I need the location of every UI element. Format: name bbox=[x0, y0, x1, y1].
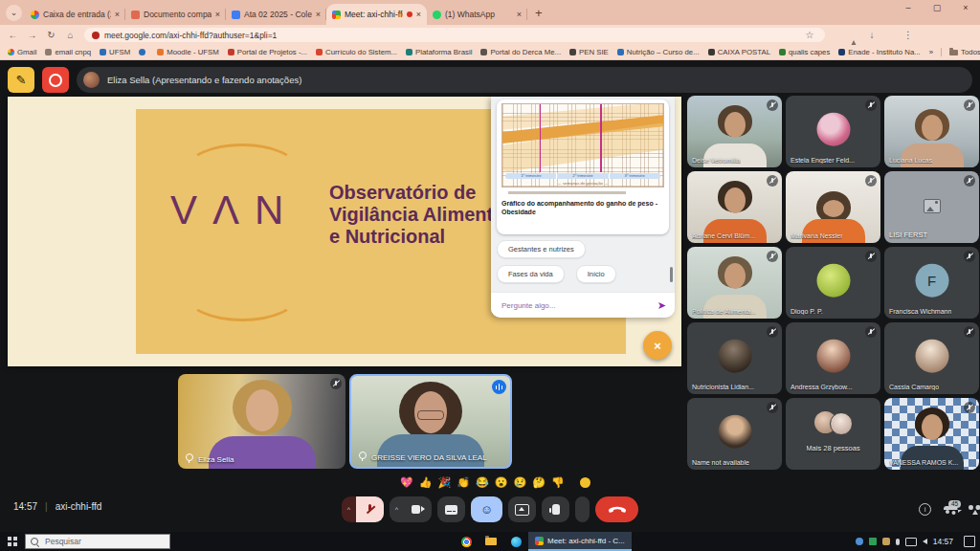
participant-tile[interactable]: LISI FERST bbox=[884, 171, 979, 243]
present-button[interactable] bbox=[508, 496, 536, 522]
leave-call-button[interactable] bbox=[595, 496, 638, 522]
participant-tile[interactable]: Estela Engster Feld... bbox=[786, 96, 880, 167]
reaction-thumbs-down[interactable]: 👎 bbox=[551, 475, 565, 489]
tab-close-icon[interactable]: × bbox=[115, 10, 120, 19]
reaction-surprised[interactable]: 😮 bbox=[495, 475, 508, 489]
more-participants-tile[interactable]: Mais 28 pessoas bbox=[786, 398, 880, 470]
bookmark-icon-only[interactable] bbox=[139, 49, 148, 55]
window-restore-button[interactable]: ▢ bbox=[923, 0, 951, 16]
taskbar-search-input[interactable] bbox=[43, 536, 152, 547]
url-text[interactable]: meet.google.com/axi-chhi-ffd?authuser=1&… bbox=[104, 31, 797, 40]
all-favorites-button[interactable]: Todos os favoritos bbox=[949, 48, 980, 56]
info-button[interactable]: i bbox=[919, 503, 931, 516]
bookmark-pen-sie[interactable]: PEN SIE bbox=[569, 48, 609, 56]
browser-tab-meet-active[interactable]: Meet: axi-chhi-ffd × bbox=[326, 4, 427, 25]
assistant-close-fab[interactable]: × bbox=[643, 331, 672, 360]
participant-tile[interactable]: Marivana Nessler bbox=[786, 171, 880, 243]
back-icon[interactable]: ← bbox=[5, 30, 21, 40]
participant-tile[interactable]: Andressa Grzybow... bbox=[786, 322, 880, 394]
mic-options-chevron[interactable]: ^ bbox=[342, 496, 356, 522]
video-tile-greisse-speaking[interactable]: GREISSE VIERO DA SILVA LEAL bbox=[349, 374, 512, 469]
tab-close-icon[interactable]: × bbox=[215, 10, 220, 19]
reaction-sad[interactable]: 😢 bbox=[513, 475, 526, 489]
more-options-button[interactable] bbox=[575, 496, 590, 522]
tab-close-icon[interactable]: × bbox=[416, 10, 421, 19]
browser-tab-ata[interactable]: Ata 02 2025 - Colegiado do D... × bbox=[226, 4, 326, 25]
reaction-thinking[interactable]: 🤔 bbox=[532, 475, 546, 489]
camera-options-chevron[interactable]: ^ bbox=[390, 496, 404, 522]
skin-tone-selector[interactable] bbox=[580, 477, 590, 488]
ask-input[interactable] bbox=[500, 300, 657, 311]
reaction-laugh[interactable]: 😂 bbox=[476, 475, 489, 489]
bookmark-ufsm[interactable]: UFSM bbox=[100, 48, 130, 56]
captions-button[interactable] bbox=[437, 496, 465, 522]
reload-icon[interactable]: ↻ bbox=[43, 30, 59, 40]
participant-tile[interactable]: Política de Alimenta... bbox=[687, 247, 782, 319]
bookmark-star-icon[interactable]: ☆ bbox=[802, 30, 817, 40]
tray-volume-icon[interactable] bbox=[923, 539, 927, 544]
participant-tile[interactable]: F Francisca Wichmann bbox=[884, 247, 979, 319]
reaction-heart[interactable]: 💖 bbox=[400, 475, 413, 489]
bookmark-qualis-capes[interactable]: qualis capes bbox=[779, 48, 830, 56]
taskbar-search[interactable] bbox=[25, 534, 170, 549]
chip-inicio[interactable]: Início bbox=[576, 265, 616, 283]
bookmark-nutricao[interactable]: Nutrição – Curso de... bbox=[617, 48, 700, 56]
panel-scrollbar[interactable] bbox=[670, 267, 673, 282]
participant-tile[interactable]: Diogo P. P. bbox=[786, 247, 880, 319]
tray-app-icon[interactable] bbox=[856, 538, 863, 545]
participant-tile[interactable]: Name not available bbox=[687, 398, 782, 470]
bookmark-portal-projetos[interactable]: Portal de Projetos -... bbox=[228, 48, 307, 56]
tab-close-icon[interactable]: × bbox=[316, 10, 321, 19]
lab-flask-icon[interactable] bbox=[846, 30, 861, 40]
tray-network-icon[interactable] bbox=[905, 538, 917, 546]
participant-tile[interactable]: Adriane Cervi Blüm... bbox=[687, 171, 782, 243]
mic-mute-button[interactable] bbox=[356, 496, 384, 522]
reaction-party[interactable]: 🎉 bbox=[437, 475, 451, 489]
download-icon[interactable]: ↓ bbox=[864, 30, 880, 40]
forward-icon[interactable]: → bbox=[24, 30, 40, 40]
bookmark-email-cnpq[interactable]: email cnpq bbox=[45, 48, 91, 56]
reaction-thumbs-up[interactable]: 👍 bbox=[419, 475, 433, 489]
bookmarks-overflow-icon[interactable]: » bbox=[929, 48, 933, 56]
annotation-tool-button[interactable]: ✎ bbox=[8, 67, 34, 93]
bookmark-caixa-postal[interactable]: CAIXA POSTAL bbox=[708, 48, 770, 56]
window-minimize-button[interactable]: – bbox=[894, 0, 923, 16]
recording-indicator-button[interactable] bbox=[42, 67, 69, 93]
participant-tile[interactable]: Luciana Lucas bbox=[884, 96, 979, 167]
tab-search-button[interactable]: ⌄ bbox=[6, 5, 22, 21]
browser-tab-whatsapp[interactable]: (1) WhatsApp × bbox=[427, 4, 527, 25]
browser-menu-icon[interactable]: ⋮ bbox=[901, 30, 916, 40]
bookmark-curriculo[interactable]: Currículo do Sistem... bbox=[316, 48, 397, 56]
bookmark-enade[interactable]: Enade - Instituto Na... bbox=[838, 48, 920, 56]
bookmark-portal-derca[interactable]: Portal do Derca Me... bbox=[480, 48, 561, 56]
taskbar-active-window[interactable]: Meet: axi-chhi-ffd - C... bbox=[528, 532, 632, 551]
tray-clock[interactable]: 14:57 bbox=[933, 537, 953, 546]
chip-gestantes[interactable]: Gestantes e nutrizes bbox=[497, 240, 586, 258]
tray-app-icon[interactable] bbox=[869, 538, 877, 545]
participant-tile[interactable]: VANESSA RAMOS K... bbox=[884, 398, 979, 470]
bookmark-plataforma-brasil[interactable]: Plataforma Brasil bbox=[406, 48, 472, 56]
bookmark-gmail[interactable]: Gmail bbox=[8, 48, 36, 56]
start-button[interactable] bbox=[0, 532, 25, 551]
send-icon[interactable]: ➤ bbox=[657, 299, 666, 312]
address-bar[interactable]: meet.google.com/axi-chhi-ffd?authuser=1&… bbox=[84, 28, 825, 42]
taskbar-edge-icon[interactable] bbox=[503, 532, 528, 551]
reaction-clap[interactable]: 👏 bbox=[457, 475, 470, 489]
tray-mic-icon[interactable] bbox=[896, 539, 900, 545]
participant-tile[interactable]: Nutricionista Lidian... bbox=[687, 322, 782, 394]
notification-center-icon[interactable] bbox=[964, 536, 975, 547]
browser-tab-shared-doc[interactable]: Documento compartilhado co... × bbox=[125, 4, 226, 25]
bookmark-moodle[interactable]: Moodle - UFSM bbox=[157, 48, 219, 56]
participant-tile[interactable]: Deise Vetromilla bbox=[687, 96, 782, 167]
window-close-button[interactable]: × bbox=[951, 0, 980, 16]
home-icon[interactable]: ⌂ bbox=[62, 30, 78, 40]
reactions-button-active[interactable]: ☺ bbox=[471, 496, 502, 522]
tray-app-icon[interactable] bbox=[882, 538, 890, 545]
new-tab-button[interactable]: + bbox=[535, 6, 543, 20]
camera-button[interactable] bbox=[404, 496, 432, 522]
taskbar-chrome-icon[interactable] bbox=[454, 532, 479, 551]
participant-tile[interactable]: Cassia Camargo bbox=[884, 322, 979, 394]
tab-close-icon[interactable]: × bbox=[517, 10, 522, 19]
video-tile-eliza[interactable]: Eliza Sella bbox=[178, 374, 345, 469]
raise-hand-button[interactable] bbox=[542, 496, 569, 522]
